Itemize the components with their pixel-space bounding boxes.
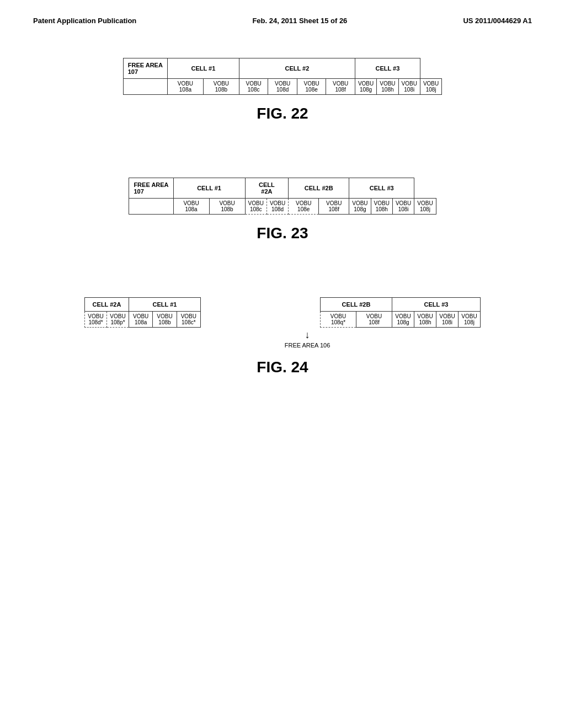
fig22-vobu-108i: VOBU108i (398, 79, 420, 95)
fig22-free-area-header: FREE AREA107 (123, 58, 167, 79)
fig24-label: FIG. 24 (33, 358, 532, 376)
fig24-vobu-108b: VOBU108b (153, 312, 177, 328)
free-area-arrow: ↓ (305, 330, 310, 340)
header-right: US 2011/0044629 A1 (463, 17, 532, 25)
fig22-vobu-108g: VOBU108g (355, 79, 376, 95)
page-header: Patent Application Publication Feb. 24, … (33, 17, 532, 25)
header-middle: Feb. 24, 2011 Sheet 15 of 26 (252, 17, 347, 25)
page: Patent Application Publication Feb. 24, … (0, 0, 565, 728)
fig23-label: FIG. 23 (33, 224, 532, 242)
fig22-vobu-108d: VOBU108d (268, 79, 297, 95)
fig24-right-table: CELL #2B CELL #3 VOBU108q* VOBU108f VOBU… (320, 297, 481, 328)
fig24-vobu-108g: VOBU108g (392, 312, 414, 328)
fig22-free-area-vobu (123, 79, 167, 95)
fig22-vobu-108e: VOBU108e (297, 79, 326, 95)
fig22-cell3-header: CELL #3 (355, 58, 420, 79)
fig24-vobu-108a: VOBU108a (129, 312, 153, 328)
fig24-vobu-108d: VOBU108d* (85, 312, 107, 328)
figure-23: FREE AREA107 CELL #1 CELL#2A CELL #2B CE… (33, 178, 532, 242)
fig23-vobu-108b: VOBU108b (209, 199, 245, 215)
fig23-cell3-header: CELL #3 (349, 178, 414, 199)
fig23-cell2b-header: CELL #2B (289, 178, 349, 199)
fig22-vobu-108h: VOBU108h (377, 79, 398, 95)
fig24-cell1-header: CELL #1 (129, 298, 201, 312)
fig24-left-table: CELL #2A CELL #1 VOBU108d* VOBU108p* VOB… (84, 297, 201, 328)
fig24-vobu-108c: VOBU108c* (177, 312, 200, 328)
fig23-vobu-108j: VOBU108j (414, 199, 436, 215)
fig22-vobu-108b: VOBU108b (203, 79, 239, 95)
fig24-vobu-108q: VOBU108q* (321, 312, 356, 328)
fig23-vobu-108h: VOBU108h (371, 199, 392, 215)
figure-22: FREE AREA107 CELL #1 CELL #2 CELL #3 VOB… (33, 58, 532, 122)
fig23-vobu-108i: VOBU108i (392, 199, 414, 215)
fig24-vobu-108p: VOBU108p* (107, 312, 129, 328)
fig23-free-area-vobu (129, 199, 173, 215)
fig23-vobu-108e: VOBU108e (289, 199, 319, 215)
fig23-vobu-108c: VOBU108c (245, 199, 266, 215)
fig24-vobu-108j: VOBU108j (459, 312, 481, 328)
fig23-free-area-header: FREE AREA107 (129, 178, 173, 199)
fig24-cell2b-header: CELL #2B (321, 298, 392, 312)
fig22-label: FIG. 22 (33, 105, 532, 122)
fig22-table: FREE AREA107 CELL #1 CELL #2 CELL #3 VOB… (123, 58, 443, 95)
fig23-vobu-108f: VOBU108f (319, 199, 349, 215)
fig23-cell2a-header: CELL#2A (245, 178, 289, 199)
fig24-vobu-108i: VOBU108i (436, 312, 459, 328)
fig23-cell1-header: CELL #1 (173, 178, 245, 199)
fig22-cell1-header: CELL #1 (167, 58, 239, 79)
fig24-vobu-108f: VOBU108f (356, 312, 392, 328)
fig22-vobu-108f: VOBU108f (326, 79, 355, 95)
fig22-cell2-header: CELL #2 (239, 58, 355, 79)
fig23-table: FREE AREA107 CELL #1 CELL#2A CELL #2B CE… (129, 178, 436, 215)
fig23-vobu-108d: VOBU108d (266, 199, 288, 215)
figure-24: CELL #2A CELL #1 VOBU108d* VOBU108p* VOB… (33, 297, 532, 376)
fig24-cell2a-header: CELL #2A (85, 298, 129, 312)
free-area-106-label: FREE AREA 106 (285, 342, 331, 349)
fig24-vobu-108h: VOBU108h (414, 312, 436, 328)
fig23-vobu-108a: VOBU108a (173, 199, 209, 215)
fig22-vobu-108a: VOBU108a (167, 79, 203, 95)
header-left: Patent Application Publication (33, 17, 136, 25)
fig23-vobu-108g: VOBU108g (349, 199, 371, 215)
fig22-vobu-108c: VOBU108c (239, 79, 268, 95)
fig22-vobu-108j: VOBU108j (420, 79, 441, 95)
fig24-cell3-header: CELL #3 (392, 298, 481, 312)
